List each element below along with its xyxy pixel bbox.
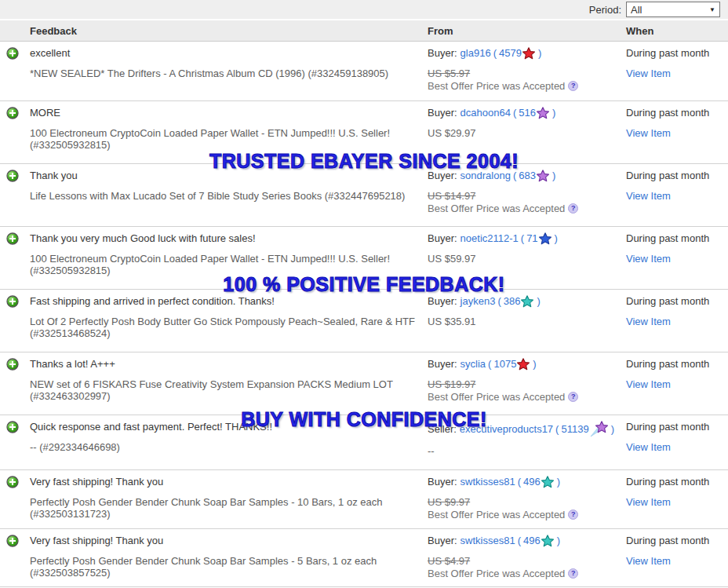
feedback-row: Thank you very much Good luck with futur… — [0, 227, 728, 290]
view-item-link[interactable]: View Item — [626, 127, 671, 139]
feedback-table-body: excellent *NEW SEALED* The Drifters - A … — [0, 42, 728, 587]
paren-close: ) — [557, 535, 560, 547]
item-title: 100 Electroneum CryptoCoin Loaded Paper … — [30, 253, 426, 276]
paren-close: ) — [557, 476, 560, 488]
when-text: During past month — [626, 535, 709, 547]
item-price: -- — [428, 445, 435, 457]
from-role-label: Buyer: — [428, 170, 457, 182]
when-column: During past month View Item — [626, 232, 709, 265]
feedback-comment: Very fast shipping! Thank you — [30, 535, 426, 547]
view-item-link[interactable]: View Item — [626, 496, 671, 508]
from-column: Buyer: jayken3 ( 386 ) US $35.91 ? — [428, 295, 622, 327]
from-line: Buyer: swtkisses81 ( 496 ) — [428, 535, 622, 547]
positive-feedback-icon — [6, 295, 19, 308]
feedback-star-icon — [537, 107, 549, 119]
price-line: US $59.97 ? — [428, 253, 622, 265]
feedback-row: Very fast shipping! Thank you Perfectly … — [0, 470, 728, 529]
feedback-star-icon — [537, 170, 549, 182]
price-line: US $9.97 Best Offer Price was Accepted ? — [428, 496, 622, 520]
from-role-label: Buyer: — [428, 295, 457, 308]
when-text: During past month — [626, 295, 709, 308]
paren-open: ( — [518, 535, 521, 547]
view-item-link[interactable]: View Item — [626, 68, 671, 79]
item-price: US $29.97 — [428, 127, 475, 139]
feedback-column: Thank you Life Lessons with Max Lucado S… — [30, 170, 426, 202]
help-icon[interactable]: ? — [568, 568, 578, 579]
item-title: Perfectly Posh Gender Bender Chunk Soap … — [30, 496, 426, 520]
feedback-comment: Fast shipping and arrived in perfect con… — [30, 295, 426, 308]
feedback-comment: Quick response and fast payment. Perfect… — [30, 421, 426, 433]
period-label: Period: — [589, 4, 621, 16]
when-text: During past month — [626, 476, 709, 488]
when-column: During past month View Item — [626, 421, 709, 453]
column-header-feedback: Feedback — [30, 25, 77, 37]
feedback-star-icon — [539, 232, 551, 245]
feedback-count-link[interactable]: 496 — [523, 535, 541, 547]
from-role-label: Buyer: — [428, 535, 457, 547]
item-title: Perfectly Posh Gender Bender Chunk Soap … — [30, 555, 426, 579]
username-link[interactable]: sondralong — [460, 170, 511, 182]
view-item-link[interactable]: View Item — [626, 253, 671, 265]
paren-open: ( — [513, 170, 516, 182]
username-link[interactable]: dcahoon64 — [460, 107, 511, 119]
best-offer-text: Best Offer Price was Accepted — [428, 509, 565, 520]
feedback-star-icon — [517, 358, 530, 371]
from-line: Seller: executiveproducts17 ( 51139 ) — [428, 421, 622, 437]
when-text: During past month — [626, 170, 709, 182]
view-item-link[interactable]: View Item — [626, 555, 671, 567]
when-text: During past month — [626, 107, 709, 119]
item-price: US $4.97 — [428, 555, 470, 567]
username-link[interactable]: gla916 — [460, 47, 491, 60]
help-icon[interactable]: ? — [568, 509, 578, 520]
feedback-comment: MORE — [30, 107, 426, 119]
feedback-count-link[interactable]: 683 — [519, 170, 536, 182]
feedback-star-icon — [522, 47, 535, 60]
from-line: Buyer: gla916 ( 4579 ) — [428, 47, 622, 60]
from-role-label: Buyer: — [428, 47, 457, 60]
username-link[interactable]: jayken3 — [460, 295, 496, 308]
paren-open: ( — [488, 358, 491, 371]
paren-close: ) — [533, 358, 536, 371]
feedback-count-link[interactable]: 4579 — [499, 47, 522, 60]
feedback-count-link[interactable]: 496 — [523, 476, 541, 488]
view-item-link[interactable]: View Item — [626, 441, 671, 453]
from-column: Buyer: noetic2112-1 ( 71 ) US $59.97 ? — [428, 232, 622, 265]
feedback-count-link[interactable]: 51139 — [561, 423, 588, 436]
username-link[interactable]: swtkisses81 — [460, 535, 515, 547]
item-title: -- (#292334646698) — [30, 441, 426, 453]
positive-feedback-icon — [6, 232, 19, 245]
feedback-count-link[interactable]: 71 — [526, 232, 537, 245]
help-icon[interactable]: ? — [568, 392, 578, 402]
feedback-comment: Thank you very much Good luck with futur… — [30, 232, 426, 245]
paren-close: ) — [555, 232, 558, 245]
price-line: US $29.97 ? — [428, 127, 622, 139]
feedback-column: MORE 100 Electroneum CryptoCoin Loaded P… — [30, 107, 426, 151]
best-offer-note: Best Offer Price was Accepted ? — [428, 509, 622, 520]
paren-close: ) — [538, 47, 541, 60]
feedback-column: Very fast shipping! Thank you Perfectly … — [30, 535, 426, 579]
positive-feedback-icon — [6, 47, 19, 60]
view-item-link[interactable]: View Item — [626, 316, 671, 327]
username-link[interactable]: syclia — [460, 358, 486, 371]
from-column: Buyer: dcahoon64 ( 516 ) US $29.97 ? — [428, 107, 622, 139]
best-offer-text: Best Offer Price was Accepted — [428, 391, 565, 403]
when-text: During past month — [626, 421, 709, 433]
feedback-count-link[interactable]: 1075 — [493, 358, 516, 371]
username-link[interactable]: noetic2112-1 — [460, 232, 519, 245]
feedback-count-link[interactable]: 386 — [504, 295, 521, 308]
price-line: US $14.97 Best Offer Price was Accepted … — [428, 190, 622, 214]
feedback-comment: Thanks a lot! A+++ — [30, 358, 426, 371]
paren-close: ) — [537, 295, 540, 308]
help-icon[interactable]: ? — [568, 81, 578, 91]
view-item-link[interactable]: View Item — [626, 190, 671, 202]
period-select[interactable]: All ▼ — [626, 2, 720, 17]
view-item-link[interactable]: View Item — [626, 378, 671, 390]
item-price: US $5.97 — [428, 68, 470, 79]
from-role-label: Buyer: — [428, 232, 457, 245]
from-column: Buyer: sondralong ( 683 ) US $14.97 Best… — [428, 170, 622, 214]
feedback-count-link[interactable]: 516 — [519, 107, 536, 119]
username-link[interactable]: swtkisses81 — [460, 476, 515, 488]
from-role-label: Seller: — [428, 423, 457, 436]
username-link[interactable]: executiveproducts17 — [460, 423, 553, 436]
help-icon[interactable]: ? — [568, 203, 578, 214]
